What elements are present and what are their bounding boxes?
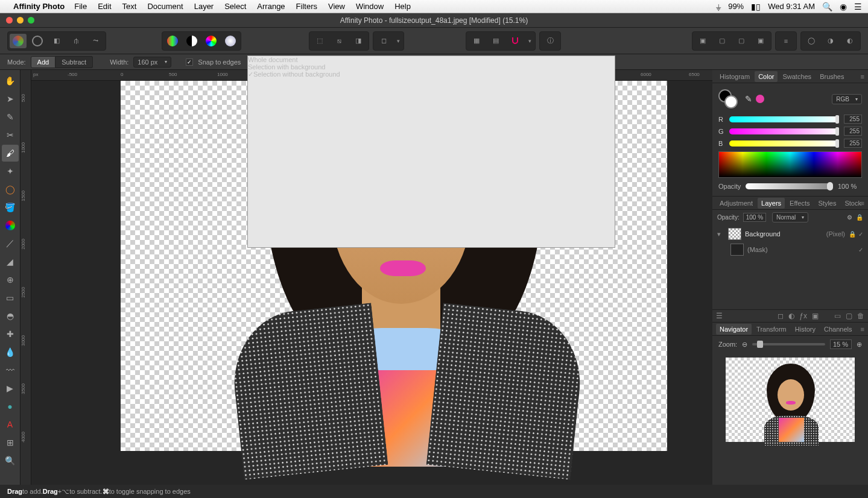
layers-stack-icon[interactable]: ☰ <box>716 312 723 320</box>
menu-extras-icon[interactable]: ☰ <box>854 2 862 11</box>
adjustment-icon[interactable]: ◐ <box>788 312 794 320</box>
quickmask-icon[interactable]: ◻ <box>375 34 392 48</box>
autocolors-icon[interactable] <box>203 34 220 48</box>
slider-b[interactable] <box>729 140 839 147</box>
smudge-tool-icon[interactable]: 〰 <box>2 362 19 379</box>
app-name[interactable]: Affinity Photo <box>13 2 65 11</box>
tab-layers[interactable]: Layers <box>758 198 785 209</box>
add-layer-icon[interactable]: ▢ <box>846 312 852 320</box>
tab-brushes[interactable]: Brushes <box>816 71 847 82</box>
color-spectrum[interactable] <box>718 151 862 178</box>
panel-menu-icon[interactable]: ≡ <box>861 73 864 80</box>
opacity-value[interactable]: 100 % <box>838 183 862 190</box>
slider-g[interactable] <box>729 128 839 134</box>
quickmask-caret-icon[interactable]: ▾ <box>394 34 402 48</box>
group-icon[interactable]: ▭ <box>834 312 841 320</box>
menu-help[interactable]: Help <box>394 2 411 11</box>
order-front-icon[interactable]: ▣ <box>752 34 769 48</box>
layer-opacity-input[interactable]: 100 % <box>743 213 766 222</box>
gear-icon[interactable]: ⚙ <box>847 214 852 221</box>
battery-icon[interactable]: ▮▯ <box>751 2 761 11</box>
snap-checkbox[interactable]: ✓ <box>186 58 193 66</box>
align-icon[interactable]: ≡ <box>778 34 794 48</box>
blend-mode-select[interactable]: Normal▾ <box>772 212 808 222</box>
zoom-tool-icon[interactable]: 🔍 <box>2 452 19 469</box>
hand-tool-icon[interactable]: ✋ <box>2 72 19 89</box>
tone-persona-icon[interactable]: ⫛ <box>68 34 84 48</box>
arrange-align-icon[interactable]: ▤ <box>487 34 504 48</box>
eyedropper-icon[interactable]: ✎ <box>745 94 752 104</box>
value-b[interactable]: 255 <box>844 139 862 148</box>
mask-visible-checkbox[interactable]: ✓ <box>858 247 863 253</box>
wifi-icon[interactable]: ⏚ <box>716 2 721 11</box>
autowb-icon[interactable] <box>222 34 239 48</box>
selection-deselect-icon[interactable]: ⧅ <box>331 34 347 48</box>
zoom-in-button[interactable]: ⊕ <box>857 341 862 348</box>
dodge-tool-icon[interactable]: ◓ <box>2 307 19 324</box>
layer-row-background[interactable]: ▾ Background (Pixel) 🔒✓ <box>716 226 864 242</box>
tab-channels[interactable]: Channels <box>820 324 855 335</box>
order-backone-icon[interactable]: ▢ <box>714 34 730 48</box>
area-opt-withbg[interactable]: Selection with background <box>248 63 615 71</box>
colorpicker-tool-icon[interactable]: ✎ <box>2 109 19 125</box>
tab-transform[interactable]: Transform <box>753 324 790 335</box>
layer-visible-checkbox[interactable]: ✓ <box>858 231 863 238</box>
tab-color[interactable]: Color <box>755 71 778 82</box>
selection-invert-icon[interactable]: ◨ <box>350 34 367 48</box>
boolean-subtract-icon[interactable]: ◑ <box>822 34 839 48</box>
zoom-value[interactable]: 15 % <box>830 339 852 349</box>
menu-window[interactable]: Window <box>356 2 384 11</box>
selection-marquee-icon[interactable]: ⬚ <box>311 34 328 48</box>
value-g[interactable]: 255 <box>844 127 862 136</box>
menu-file[interactable]: File <box>74 2 87 11</box>
opacity-slider[interactable] <box>746 183 833 189</box>
blur-tool-icon[interactable]: 💧 <box>2 344 19 361</box>
snapping-icon[interactable] <box>507 34 524 48</box>
snapping-caret-icon[interactable]: ▾ <box>526 34 533 48</box>
fg-bg-swatch[interactable] <box>718 89 738 109</box>
liquify-persona-icon[interactable] <box>29 34 46 48</box>
text-tool-icon[interactable]: A <box>2 416 19 433</box>
boolean-intersect-icon[interactable]: ◐ <box>841 34 858 48</box>
siri-icon[interactable]: ◉ <box>840 2 847 11</box>
width-input[interactable]: 160 px▾ <box>133 57 171 68</box>
menu-document[interactable]: Document <box>147 2 183 11</box>
tab-adjustment[interactable]: Adjustment <box>716 198 756 209</box>
inpaint-tool-icon[interactable]: ▭ <box>2 289 19 306</box>
layers-panel-menu-icon[interactable]: ≡ <box>861 200 864 207</box>
slider-r[interactable] <box>729 116 839 122</box>
menu-text[interactable]: Text <box>122 2 137 11</box>
crop-tool-icon[interactable]: ✂ <box>2 127 19 143</box>
menu-arrange[interactable]: Arrange <box>257 2 285 11</box>
tab-histogram[interactable]: Histogram <box>716 71 753 82</box>
order-frontone-icon[interactable]: ▢ <box>733 34 750 48</box>
area-opt-withoutbg[interactable]: ✓Selection without background <box>248 71 615 78</box>
disclosure-icon[interactable]: ▾ <box>717 230 724 238</box>
freehand-select-tool-icon[interactable]: ◯ <box>2 181 19 198</box>
menu-layer[interactable]: Layer <box>194 2 214 11</box>
delete-layer-icon[interactable]: 🗑 <box>857 312 864 320</box>
flood-select-tool-icon[interactable]: ✦ <box>2 163 19 180</box>
boolean-add-icon[interactable]: ◯ <box>803 34 820 48</box>
clock[interactable]: Wed 9:31 AM <box>768 2 815 11</box>
zoom-slider[interactable] <box>752 343 825 345</box>
mode-subtract-button[interactable]: Subtract <box>55 56 93 68</box>
value-r[interactable]: 255 <box>844 115 862 124</box>
develop-persona-icon[interactable]: ◧ <box>48 34 65 48</box>
tab-navigator[interactable]: Navigator <box>716 324 752 335</box>
mode-add-button[interactable]: Add <box>31 56 56 68</box>
autocontrast-icon[interactable] <box>183 34 200 48</box>
photo-persona-icon[interactable] <box>10 34 27 48</box>
area-opt-whole[interactable]: Whole document <box>248 56 615 63</box>
menu-filters[interactable]: Filters <box>296 2 317 11</box>
layer-lock-icon[interactable]: 🔒 <box>849 231 856 238</box>
gradient-tool-icon[interactable] <box>2 217 19 234</box>
erase-tool-icon[interactable]: ◢ <box>2 253 19 270</box>
menu-edit[interactable]: Edit <box>98 2 111 11</box>
menu-view[interactable]: View <box>328 2 345 11</box>
lock-icon[interactable]: 🔒 <box>856 214 863 221</box>
maximize-window-button[interactable] <box>28 17 34 24</box>
clone-tool-icon[interactable]: ⊕ <box>2 271 19 288</box>
color-mode-select[interactable]: RGB▾ <box>832 94 862 104</box>
brush-tool-icon[interactable]: ／ <box>2 235 19 252</box>
